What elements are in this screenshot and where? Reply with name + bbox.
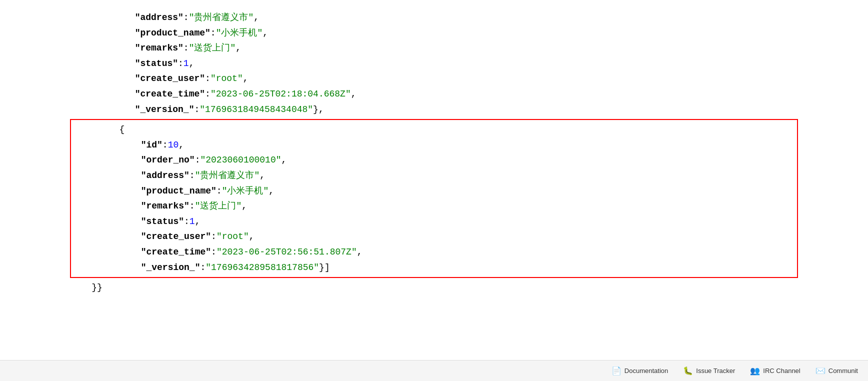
footer-community[interactable]: ✉️ Communit bbox=[816, 366, 858, 376]
issue-tracker-icon: 🐛 bbox=[683, 366, 693, 376]
documentation-icon: 📄 bbox=[612, 366, 622, 376]
code-line: "product_name":"小米手机", bbox=[76, 184, 792, 199]
documentation-label: Documentation bbox=[624, 367, 668, 374]
footer-irc-channel[interactable]: 👥 IRC Channel bbox=[750, 366, 800, 376]
highlighted-json-block: { "id":10, "order_no":"2023060100010", "… bbox=[70, 119, 798, 278]
community-icon: ✉️ bbox=[816, 366, 826, 376]
code-closing: }} bbox=[70, 280, 798, 296]
code-line: "create_user":"root", bbox=[70, 71, 798, 86]
code-line: "address":"贵州省遵义市", bbox=[76, 168, 792, 184]
code-line: "_version_":"1769631849458434048"}, bbox=[70, 102, 798, 118]
code-line: "create_time":"2023-06-25T02:18:04.668Z"… bbox=[70, 86, 798, 102]
code-display: "address":"贵州省遵义市", "product_name":"小米手机… bbox=[0, 0, 868, 306]
code-line: "address":"贵州省遵义市", bbox=[70, 10, 798, 26]
code-line: { bbox=[76, 122, 792, 138]
code-line: "create_user":"root", bbox=[76, 229, 792, 244]
irc-channel-icon: 👥 bbox=[750, 366, 760, 376]
code-line: "product_name":"小米手机", bbox=[70, 26, 798, 41]
issue-tracker-label: Issue Tracker bbox=[696, 367, 735, 374]
code-line: "status":1, bbox=[76, 214, 792, 230]
community-label: Communit bbox=[828, 367, 858, 374]
code-line: "_version_":"1769634289581817856"}] bbox=[76, 260, 792, 276]
code-line: "create_time":"2023-06-25T02:56:51.807Z"… bbox=[76, 244, 792, 260]
footer-documentation[interactable]: 📄 Documentation bbox=[612, 366, 668, 376]
code-line: "status":1, bbox=[70, 56, 798, 72]
footer-issue-tracker[interactable]: 🐛 Issue Tracker bbox=[683, 366, 735, 376]
code-line: "remarks":"送货上门", bbox=[70, 40, 798, 56]
code-line: "id":10, bbox=[76, 138, 792, 153]
code-line: "order_no":"2023060100010", bbox=[76, 152, 792, 168]
irc-channel-label: IRC Channel bbox=[763, 367, 800, 374]
footer: 📄 Documentation 🐛 Issue Tracker 👥 IRC Ch… bbox=[0, 360, 868, 381]
code-line: "remarks":"送货上门", bbox=[76, 198, 792, 214]
